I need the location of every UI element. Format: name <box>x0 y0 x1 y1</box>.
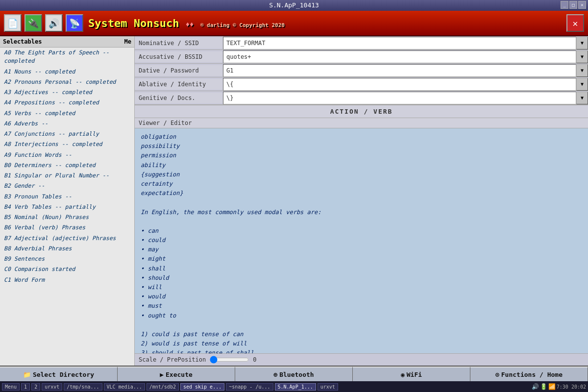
sidebar-item-b3[interactable]: B3 Pronoun Tables -- <box>0 192 134 202</box>
sidebar-item-a2[interactable]: A2 Pronouns Personal -- completed <box>0 77 134 87</box>
form-input-wrap-1: ▼ <box>223 50 588 63</box>
form-label-0: Nominative / SSID <box>135 38 223 49</box>
tray-icon-sound: 🔊 <box>532 383 539 390</box>
form-input-wrap-4: ▼ <box>223 92 588 104</box>
sidebar-item-a5[interactable]: A5 Verbs -- completed <box>0 108 134 119</box>
main-content: Selectables Me A0 The Eight Parts of Spe… <box>0 36 588 366</box>
form-dropdown-btn-3[interactable]: ▼ <box>576 78 588 91</box>
tray-icon-network: 📶 <box>548 383 556 390</box>
form-row-4: Genitive / Docs.▼ <box>135 91 588 105</box>
viewer-line <box>141 198 582 207</box>
form-input-wrap-0: ▼ <box>223 37 588 49</box>
taskbar-item-10[interactable]: urxvt <box>318 383 338 391</box>
taskbar-item-4[interactable]: /tmp/sna... <box>64 383 102 391</box>
sidebar-item-a8[interactable]: A8 Interjections -- completed <box>0 139 134 149</box>
taskbar-item-5[interactable]: VLC media... <box>104 383 145 391</box>
taskbar-item-3[interactable]: urxvt <box>42 383 62 391</box>
form-input-3[interactable] <box>223 78 576 91</box>
sidebar-item-b4[interactable]: B4 Verb Tables -- partially <box>0 202 134 212</box>
taskbar-item-8[interactable]: ~snapp - /u... <box>226 383 273 391</box>
form-label-1: Accusative / BSSID <box>135 51 223 62</box>
viewer-line: • will <box>141 283 582 292</box>
taskbar-clock: 7:30 20:02 <box>557 384 586 390</box>
sidebar-item-b9[interactable]: B9 Sentences <box>0 254 134 264</box>
scale-label: Scale / PrePosition <box>139 356 206 363</box>
taskbar-item-6[interactable]: /mnt/sdb2 <box>147 383 179 391</box>
sidebar-item-a0[interactable]: A0 The Eight Parts of Speech -- complete… <box>0 48 134 67</box>
bottom-tab-label-2: Bluetooth <box>279 371 314 378</box>
bottom-tab-select-directory[interactable]: 📁Select Directory <box>0 367 118 381</box>
window-controls: _ □ ✕ <box>561 1 586 9</box>
bottom-tab-label-1: Execute <box>166 371 193 378</box>
bottom-tab-functions---home[interactable]: ⊙Functions / Home <box>470 367 588 381</box>
taskbar-item-7[interactable]: sed skip e... <box>180 383 224 391</box>
form-input-wrap-3: ▼ <box>223 78 588 91</box>
form-label-2: Dative / Password <box>135 65 223 76</box>
sidebar-item-b2[interactable]: B2 Gender -- <box>0 181 134 191</box>
bottom-tab-icon-4: ⊙ <box>495 371 499 378</box>
taskbar-item-2[interactable]: 2 <box>31 383 40 391</box>
close-button[interactable]: ✕ <box>578 1 586 9</box>
form-label-3: Ablative / Identity <box>135 79 223 90</box>
form-dropdown-btn-4[interactable]: ▼ <box>576 92 588 104</box>
sidebar-item-a7[interactable]: A7 Conjunctions -- partially <box>0 129 134 139</box>
viewer-line: • ought to <box>141 311 582 320</box>
viewer-line: In English, the most commonly used modal… <box>141 208 582 217</box>
toolbar: 📄 🔌 🔊 📡 System Nonsuch ♦♦ ® darling © Co… <box>0 11 588 36</box>
minimize-button[interactable]: _ <box>561 1 568 9</box>
form-row-0: Nominative / SSID▼ <box>135 36 588 50</box>
sidebar-item-b1[interactable]: B1 Singular or Plural Number -- <box>0 171 134 181</box>
scale-slider[interactable] <box>210 356 249 364</box>
maximize-button[interactable]: □ <box>569 1 577 9</box>
sidebar-item-c0[interactable]: C0 Comparison started <box>0 264 134 274</box>
sidebar-item-c1[interactable]: C1 Word Form <box>0 275 134 285</box>
viewer-line: certainty <box>141 179 582 189</box>
sidebar-item-b0[interactable]: B0 Determiners -- completed <box>0 160 134 171</box>
form-input-2[interactable] <box>223 64 576 77</box>
sidebar-header-right: Me <box>124 38 131 45</box>
bottom-tab-execute[interactable]: ▶Execute <box>118 367 235 381</box>
viewer-line: obligation <box>141 132 582 142</box>
sidebar-item-b8[interactable]: B8 Adverbial Phrases <box>0 244 134 254</box>
viewer-line: permission <box>141 151 582 160</box>
toolbar-icon-sound[interactable]: 🔊 <box>45 14 63 32</box>
form-input-1[interactable] <box>223 50 576 63</box>
sidebar-item-a1[interactable]: A1 Nouns -- completed <box>0 67 134 77</box>
form-row-3: Ablative / Identity▼ <box>135 77 588 91</box>
viewer-line: • could <box>141 236 582 245</box>
taskbar-item-9[interactable]: S.N.ApP_1... <box>275 383 316 391</box>
right-panel: Nominative / SSID▼Accusative / BSSID▼Dat… <box>135 36 588 366</box>
bottom-tab-bluetooth[interactable]: ⊕Bluetooth <box>235 367 353 381</box>
viewer-line: 1) could is past tense of can <box>141 330 582 339</box>
sidebar-item-b7[interactable]: B7 Adjectival (adjective) Phrases <box>0 233 134 244</box>
form-input-4[interactable] <box>223 92 576 104</box>
form-input-wrap-2: ▼ <box>223 64 588 77</box>
form-area: Nominative / SSID▼Accusative / BSSID▼Dat… <box>135 36 588 105</box>
toolbar-icon-close[interactable]: ✕ <box>566 14 584 32</box>
toolbar-icon-plugin[interactable]: 🔌 <box>24 14 42 32</box>
form-dropdown-btn-1[interactable]: ▼ <box>576 50 588 63</box>
form-input-0[interactable] <box>223 37 576 49</box>
sidebar-item-b6[interactable]: B6 Verbal (verb) Phrases <box>0 222 134 233</box>
form-dropdown-btn-0[interactable]: ▼ <box>576 37 588 49</box>
sidebar-item-b5[interactable]: B5 Nominal (Noun) Phrases <box>0 212 134 222</box>
bottom-tab-label-4: Functions / Home <box>501 371 563 378</box>
viewer-editor[interactable]: obligationpossibilitypermissionability{s… <box>135 128 588 353</box>
sidebar-item-a3[interactable]: A3 Adjectives -- completed <box>0 87 134 98</box>
sidebar-item-a4[interactable]: A4 Prepositions -- completed <box>0 98 134 108</box>
taskbar: Menu12urxvt/tmp/sna...VLC media.../mnt/s… <box>0 381 588 392</box>
titlebar-title: S.N.ApP_10413 <box>269 1 319 9</box>
toolbar-icon-file[interactable]: 📄 <box>4 14 22 32</box>
action-bar-label: ACTION / VERB <box>330 108 393 115</box>
toolbar-icon-network[interactable]: 📡 <box>66 14 83 32</box>
form-dropdown-btn-2[interactable]: ▼ <box>576 64 588 77</box>
sidebar: Selectables Me A0 The Eight Parts of Spe… <box>0 36 135 366</box>
sidebar-item-a6[interactable]: A6 Adverbs -- <box>0 119 134 129</box>
titlebar: S.N.ApP_10413 _ □ ✕ <box>0 0 588 11</box>
taskbar-item-0[interactable]: Menu <box>2 383 20 391</box>
sidebar-item-a9[interactable]: A9 Function Words -- <box>0 150 134 160</box>
viewer-line: • may <box>141 245 582 254</box>
bottom-tab-wifi[interactable]: ◉WiFi <box>353 367 470 381</box>
taskbar-item-1[interactable]: 1 <box>21 383 30 391</box>
viewer-line: • would <box>141 292 582 301</box>
